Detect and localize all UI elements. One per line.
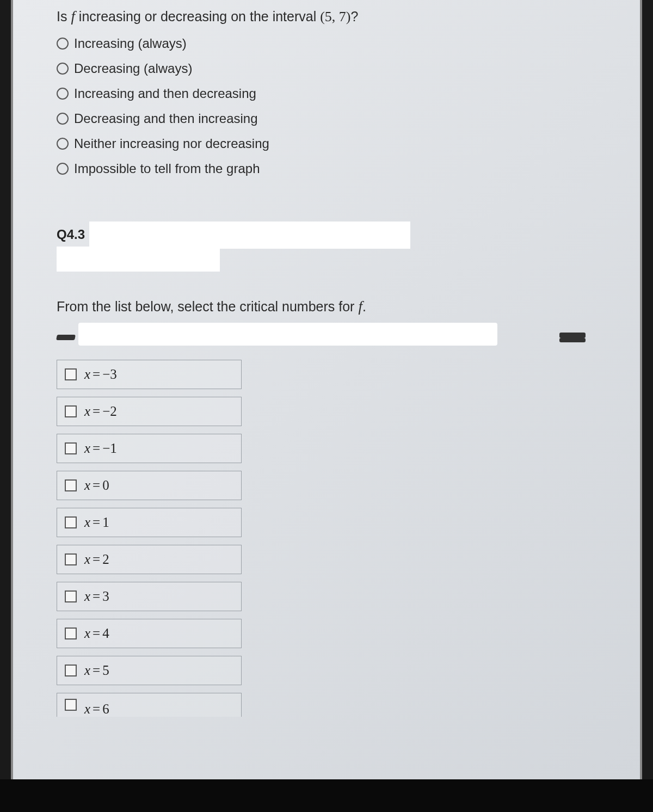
checkbox-icon bbox=[65, 628, 77, 639]
q42-option-label: Decreasing (always) bbox=[74, 59, 192, 78]
q42-option-dec-then-inc[interactable]: Decreasing and then increasing bbox=[57, 106, 602, 131]
q43-prompt-pre: From the list below, select the critical… bbox=[57, 299, 358, 314]
checkbox-icon bbox=[65, 590, 77, 602]
q43-header: Q4.3 bbox=[57, 225, 602, 290]
radio-icon bbox=[57, 38, 69, 50]
q43-choice-label: x=3 bbox=[84, 586, 109, 607]
q43-choice-x-5[interactable]: x=5 bbox=[57, 656, 242, 685]
q42-option-label: Increasing and then decreasing bbox=[74, 84, 256, 103]
radio-icon bbox=[57, 113, 69, 125]
q42-option-label: Impossible to tell from the graph bbox=[74, 159, 260, 179]
q42-option-inc-then-dec[interactable]: Increasing and then decreasing bbox=[57, 81, 602, 106]
checkbox-icon bbox=[65, 665, 77, 676]
redaction-row bbox=[57, 323, 602, 350]
scribble-mark bbox=[559, 333, 586, 338]
q43-number: Q4.3 bbox=[57, 225, 85, 244]
q43-prompt: From the list below, select the critical… bbox=[57, 296, 602, 318]
q42-option-neither[interactable]: Neither increasing nor decreasing bbox=[57, 131, 602, 156]
q43-choice-x-minus-3[interactable]: x=−3 bbox=[57, 360, 242, 389]
q42-options: Increasing (always) Decreasing (always) … bbox=[57, 31, 602, 181]
checkbox-icon bbox=[65, 442, 77, 454]
checkbox-icon bbox=[65, 368, 77, 380]
device-bezel-bottom bbox=[0, 779, 653, 812]
q43-choice-x-6[interactable]: x=6 bbox=[57, 693, 242, 717]
q43-choice-label: x=−2 bbox=[84, 401, 117, 422]
q43-choice-label: x=−1 bbox=[84, 438, 117, 459]
quiz-content: Is f increasing or decreasing on the int… bbox=[13, 0, 640, 717]
redaction-block bbox=[89, 222, 410, 249]
q43-choice-label: x=1 bbox=[84, 512, 109, 533]
q42-prompt-mid: increasing or decreasing on the interval bbox=[75, 9, 320, 24]
q43-choice-x-minus-2[interactable]: x=−2 bbox=[57, 397, 242, 426]
q43-choice-x-4[interactable]: x=4 bbox=[57, 619, 242, 648]
q42-prompt-f: f bbox=[71, 8, 75, 24]
q43-choice-label: x=4 bbox=[84, 623, 109, 644]
q43-choice-x-0[interactable]: x=0 bbox=[57, 471, 242, 500]
q42-option-label: Increasing (always) bbox=[74, 34, 187, 53]
checkbox-icon bbox=[65, 516, 77, 528]
q43-choice-x-2[interactable]: x=2 bbox=[57, 545, 242, 574]
q42-option-decreasing-always[interactable]: Decreasing (always) bbox=[57, 56, 602, 81]
q43-choice-x-minus-1[interactable]: x=−1 bbox=[57, 434, 242, 463]
checkbox-icon bbox=[65, 553, 77, 565]
q42-prompt-post: ? bbox=[351, 9, 359, 24]
q43-prompt-f: f bbox=[358, 298, 362, 315]
scribble-mark bbox=[56, 335, 76, 340]
q43-choice-x-3[interactable]: x=3 bbox=[57, 582, 242, 611]
q42-prompt-pre: Is bbox=[57, 9, 71, 24]
q42-option-increasing-always[interactable]: Increasing (always) bbox=[57, 31, 602, 56]
q42-prompt-interval: (5, 7) bbox=[320, 9, 350, 24]
redaction-block bbox=[78, 323, 497, 346]
radio-icon bbox=[57, 138, 69, 150]
q42-option-label: Neither increasing nor decreasing bbox=[74, 134, 269, 153]
q43-choice-label: x=5 bbox=[84, 660, 109, 681]
q43-choice-label: x=−3 bbox=[84, 364, 117, 385]
radio-icon bbox=[57, 88, 69, 100]
q43-choice-x-1[interactable]: x=1 bbox=[57, 508, 242, 537]
q43-choices: x=−3 x=−2 x=−1 x=0 x=1 x=2 bbox=[57, 360, 242, 717]
checkbox-icon bbox=[65, 479, 77, 491]
q43-choice-label: x=2 bbox=[84, 549, 109, 570]
redaction-block bbox=[57, 247, 220, 272]
radio-icon bbox=[57, 63, 69, 75]
quiz-screen: Is f increasing or decreasing on the int… bbox=[11, 0, 642, 779]
checkbox-icon bbox=[65, 405, 77, 417]
checkbox-icon bbox=[65, 699, 77, 711]
q43-choice-label: x=6 bbox=[84, 699, 109, 719]
q43-choice-label: x=0 bbox=[84, 475, 109, 496]
q42-option-impossible[interactable]: Impossible to tell from the graph bbox=[57, 156, 602, 181]
radio-icon bbox=[57, 163, 69, 175]
q42-prompt: Is f increasing or decreasing on the int… bbox=[57, 5, 602, 28]
q43-prompt-post: . bbox=[362, 299, 366, 314]
q42-option-label: Decreasing and then increasing bbox=[74, 109, 258, 128]
